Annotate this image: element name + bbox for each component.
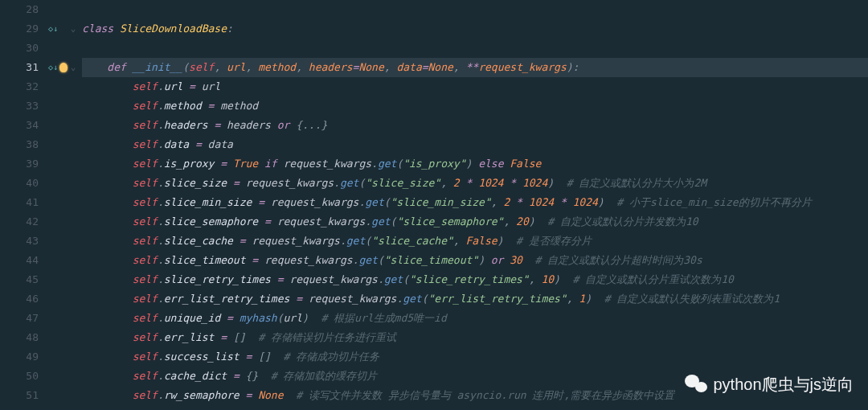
code-line[interactable]: self.url = url (82, 77, 868, 96)
fold-toggle (68, 232, 79, 251)
code-line[interactable]: self.err_list_retry_times = request_kwar… (82, 289, 868, 309)
line-number[interactable]: 30 (0, 39, 43, 58)
gutter-marker[interactable] (47, 289, 68, 309)
code-line[interactable]: self.err_list = [] # 存储错误切片任务进行重试 (82, 328, 868, 347)
code-area[interactable]: class SliceDownloadBase: def __init__(se… (79, 0, 868, 410)
line-number[interactable] (0, 405, 43, 410)
gutter-marker[interactable] (47, 309, 68, 328)
code-editor[interactable]: 2829303132333438394041424344454647484950… (0, 0, 868, 410)
gutter-marker[interactable] (47, 135, 68, 154)
code-line[interactable]: self.slice_min_size = request_kwargs.get… (82, 193, 868, 212)
line-number[interactable]: 43 (0, 232, 43, 251)
gutter-marker[interactable]: ◇↓ (47, 19, 68, 39)
code-line[interactable] (82, 39, 868, 58)
bookmark-icon[interactable]: ◇↓ (48, 58, 58, 77)
code-line[interactable]: self.data = data (82, 135, 868, 154)
gutter-marker[interactable]: ◇↓ (47, 58, 68, 77)
fold-toggle (68, 154, 79, 174)
fold-toggle (68, 116, 79, 135)
fold-toggle (68, 96, 79, 116)
line-number[interactable]: 34 (0, 116, 43, 135)
fold-toggle (68, 174, 79, 193)
code-line[interactable]: class SliceDownloadBase: (82, 19, 868, 39)
marker-gutter[interactable]: ◇↓◇↓ (47, 0, 68, 410)
line-number-gutter[interactable]: 2829303132333438394041424344454647484950… (0, 0, 47, 410)
fold-toggle (68, 309, 79, 328)
line-number[interactable]: 51 (0, 386, 43, 405)
gutter-marker[interactable] (47, 367, 68, 386)
fold-toggle (68, 0, 79, 19)
fold-toggle[interactable]: ⌄ (68, 58, 79, 77)
lightbulb-icon[interactable] (59, 63, 68, 72)
gutter-marker[interactable] (47, 96, 68, 116)
line-number[interactable]: 39 (0, 154, 43, 174)
gutter-marker[interactable] (47, 154, 68, 174)
line-number[interactable]: 46 (0, 289, 43, 309)
gutter-marker[interactable] (47, 328, 68, 347)
code-line[interactable]: def __init__(self, url, method, headers=… (82, 58, 868, 77)
gutter-marker[interactable] (47, 212, 68, 232)
fold-toggle (68, 193, 79, 212)
bookmark-icon[interactable]: ◇↓ (48, 19, 58, 39)
line-number[interactable]: 42 (0, 212, 43, 232)
line-number[interactable]: 48 (0, 328, 43, 347)
gutter-marker[interactable] (47, 251, 68, 270)
code-line[interactable]: self.slice_retry_times = request_kwargs.… (82, 270, 868, 289)
fold-toggle (68, 270, 79, 289)
code-line[interactable]: self.success_list = [] # 存储成功切片任务 (82, 347, 868, 367)
gutter-marker[interactable] (47, 39, 68, 58)
line-number[interactable]: 32 (0, 77, 43, 96)
gutter-marker[interactable] (47, 386, 68, 405)
fold-toggle (68, 386, 79, 405)
gutter-marker[interactable] (47, 174, 68, 193)
fold-toggle (68, 367, 79, 386)
code-line[interactable]: self.headers = headers or {...} (82, 116, 868, 135)
watermark-text: python爬虫与js逆向 (714, 374, 854, 396)
gutter-marker[interactable] (47, 347, 68, 367)
watermark: python爬虫与js逆向 (685, 373, 854, 396)
fold-toggle[interactable]: ⌄ (68, 19, 79, 39)
line-number[interactable]: 41 (0, 193, 43, 212)
gutter-marker[interactable] (47, 193, 68, 212)
code-line[interactable] (82, 0, 868, 19)
line-number[interactable]: 49 (0, 347, 43, 367)
code-line[interactable]: self.slice_cache = request_kwargs.get("s… (82, 232, 868, 251)
fold-toggle (68, 135, 79, 154)
gutter-marker[interactable] (47, 77, 68, 96)
gutter-marker[interactable] (47, 405, 68, 410)
fold-toggle (68, 39, 79, 58)
gutter-marker[interactable] (47, 270, 68, 289)
code-line[interactable]: self.slice_timeout = request_kwargs.get(… (82, 251, 868, 270)
fold-toggle (68, 77, 79, 96)
line-number[interactable]: 50 (0, 367, 43, 386)
line-number[interactable]: 33 (0, 96, 43, 116)
line-number[interactable]: 47 (0, 309, 43, 328)
fold-toggle (68, 347, 79, 367)
line-number[interactable]: 44 (0, 251, 43, 270)
gutter-marker[interactable] (47, 116, 68, 135)
fold-toggle (68, 328, 79, 347)
code-line[interactable] (82, 405, 868, 410)
code-line[interactable]: self.method = method (82, 96, 868, 116)
line-number[interactable]: 29 (0, 19, 43, 39)
line-number[interactable]: 45 (0, 270, 43, 289)
line-number[interactable]: 31 (0, 58, 43, 77)
code-line[interactable]: self.slice_size = request_kwargs.get("sl… (82, 174, 868, 193)
line-number[interactable]: 28 (0, 0, 43, 19)
line-number[interactable]: 40 (0, 174, 43, 193)
code-line[interactable]: self.is_proxy = True if request_kwargs.g… (82, 154, 868, 174)
fold-toggle (68, 405, 79, 410)
line-number[interactable]: 38 (0, 135, 43, 154)
gutter-marker[interactable] (47, 0, 68, 19)
fold-toggle (68, 289, 79, 309)
code-line[interactable]: self.unique_id = myhash(url) # 根据url生成md… (82, 309, 868, 328)
gutter-marker[interactable] (47, 232, 68, 251)
code-line[interactable]: self.slice_semaphore = request_kwargs.ge… (82, 212, 868, 232)
fold-toggle (68, 251, 79, 270)
fold-gutter[interactable]: ⌄⌄ (68, 0, 79, 410)
wechat-icon (685, 373, 707, 396)
fold-toggle (68, 212, 79, 232)
